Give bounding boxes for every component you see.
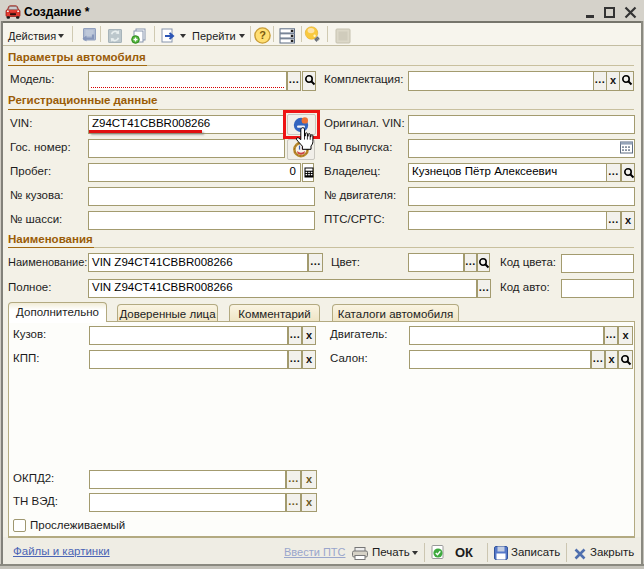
svg-text:?: ? bbox=[259, 29, 266, 41]
